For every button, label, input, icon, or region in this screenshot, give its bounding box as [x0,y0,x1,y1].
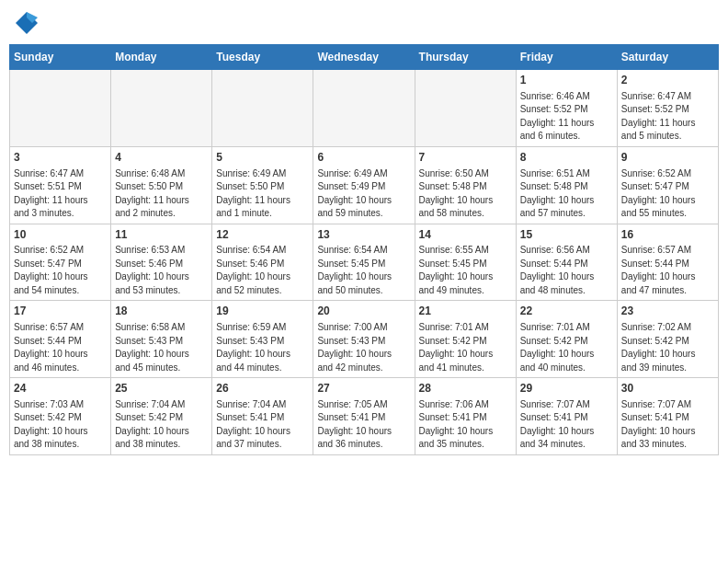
logo-icon [13,9,40,37]
calendar-cell: 26Sunrise: 7:04 AM Sunset: 5:41 PM Dayli… [212,378,313,455]
calendar-cell [111,70,212,147]
calendar-cell: 18Sunrise: 6:58 AM Sunset: 5:43 PM Dayli… [111,301,212,378]
calendar-cell: 2Sunrise: 6:47 AM Sunset: 5:52 PM Daylig… [617,70,718,147]
day-number: 27 [317,381,410,396]
calendar-cell: 19Sunrise: 6:59 AM Sunset: 5:43 PM Dayli… [212,301,313,378]
calendar-cell [212,70,313,147]
weekday-header-wednesday: Wednesday [313,45,415,70]
day-number: 13 [317,227,410,243]
weekday-header-tuesday: Tuesday [212,45,313,70]
calendar-cell: 9Sunrise: 6:52 AM Sunset: 5:47 PM Daylig… [617,146,718,224]
weekday-header-saturday: Saturday [617,45,718,70]
calendar-cell: 12Sunrise: 6:54 AM Sunset: 5:46 PM Dayli… [212,224,313,301]
calendar-cell: 27Sunrise: 7:05 AM Sunset: 5:41 PM Dayli… [313,378,415,455]
calendar-cell: 6Sunrise: 6:49 AM Sunset: 5:49 PM Daylig… [313,146,415,224]
day-number: 20 [317,304,410,319]
day-number: 22 [520,304,613,319]
day-info: Sunrise: 6:57 AM Sunset: 5:44 PM Dayligh… [621,244,714,297]
logo [13,9,44,37]
day-number: 6 [317,150,410,166]
calendar-week-5: 24Sunrise: 7:03 AM Sunset: 5:42 PM Dayli… [10,378,719,455]
day-info: Sunrise: 7:07 AM Sunset: 5:41 PM Dayligh… [621,398,714,452]
calendar-cell: 17Sunrise: 6:57 AM Sunset: 5:44 PM Dayli… [10,301,111,378]
calendar-cell: 14Sunrise: 6:55 AM Sunset: 5:45 PM Dayli… [415,224,516,301]
day-number: 10 [14,227,107,243]
day-number: 16 [621,227,714,243]
day-info: Sunrise: 6:49 AM Sunset: 5:50 PM Dayligh… [216,167,309,221]
calendar-week-2: 3Sunrise: 6:47 AM Sunset: 5:51 PM Daylig… [10,146,719,224]
day-number: 4 [115,150,208,166]
weekday-header-friday: Friday [516,45,617,70]
day-info: Sunrise: 6:46 AM Sunset: 5:52 PM Dayligh… [520,90,613,144]
day-number: 30 [621,381,714,396]
calendar-cell: 11Sunrise: 6:53 AM Sunset: 5:46 PM Dayli… [111,224,212,301]
calendar-cell: 21Sunrise: 7:01 AM Sunset: 5:42 PM Dayli… [415,301,516,378]
day-number: 24 [14,381,107,396]
day-info: Sunrise: 7:00 AM Sunset: 5:43 PM Dayligh… [317,321,410,374]
day-number: 15 [520,227,613,243]
day-info: Sunrise: 6:59 AM Sunset: 5:43 PM Dayligh… [216,321,309,374]
calendar-week-4: 17Sunrise: 6:57 AM Sunset: 5:44 PM Dayli… [10,301,719,378]
calendar-cell: 13Sunrise: 6:54 AM Sunset: 5:45 PM Dayli… [313,224,415,301]
day-number: 29 [520,381,613,396]
calendar-table: SundayMondayTuesdayWednesdayThursdayFrid… [9,44,719,455]
calendar-header: SundayMondayTuesdayWednesdayThursdayFrid… [10,45,719,70]
day-info: Sunrise: 7:03 AM Sunset: 5:42 PM Dayligh… [14,398,107,452]
day-number: 8 [520,150,613,166]
calendar-cell: 28Sunrise: 7:06 AM Sunset: 5:41 PM Dayli… [415,378,516,455]
day-info: Sunrise: 7:07 AM Sunset: 5:41 PM Dayligh… [520,398,613,452]
calendar-cell: 4Sunrise: 6:48 AM Sunset: 5:50 PM Daylig… [111,146,212,224]
day-number: 14 [419,227,512,243]
day-info: Sunrise: 6:47 AM Sunset: 5:51 PM Dayligh… [14,167,107,221]
day-number: 26 [216,381,309,396]
calendar-cell: 3Sunrise: 6:47 AM Sunset: 5:51 PM Daylig… [10,146,111,224]
calendar-cell [415,70,516,147]
day-number: 5 [216,150,309,166]
day-number: 25 [115,381,208,396]
calendar-cell: 8Sunrise: 6:51 AM Sunset: 5:48 PM Daylig… [516,146,617,224]
calendar-cell: 7Sunrise: 6:50 AM Sunset: 5:48 PM Daylig… [415,146,516,224]
page-header [9,9,719,37]
calendar-body: 1Sunrise: 6:46 AM Sunset: 5:52 PM Daylig… [10,70,719,455]
calendar-cell [313,70,415,147]
day-info: Sunrise: 7:02 AM Sunset: 5:42 PM Dayligh… [621,321,714,374]
calendar-cell: 15Sunrise: 6:56 AM Sunset: 5:44 PM Dayli… [516,224,617,301]
calendar-cell: 29Sunrise: 7:07 AM Sunset: 5:41 PM Dayli… [516,378,617,455]
weekday-header-sunday: Sunday [10,45,111,70]
calendar-cell: 20Sunrise: 7:00 AM Sunset: 5:43 PM Dayli… [313,301,415,378]
day-number: 11 [115,227,208,243]
day-number: 12 [216,227,309,243]
day-info: Sunrise: 6:55 AM Sunset: 5:45 PM Dayligh… [419,244,512,297]
calendar-cell: 16Sunrise: 6:57 AM Sunset: 5:44 PM Dayli… [617,224,718,301]
day-info: Sunrise: 7:04 AM Sunset: 5:42 PM Dayligh… [115,398,208,452]
day-info: Sunrise: 6:54 AM Sunset: 5:46 PM Dayligh… [216,244,309,297]
calendar-week-1: 1Sunrise: 6:46 AM Sunset: 5:52 PM Daylig… [10,70,719,147]
day-info: Sunrise: 7:01 AM Sunset: 5:42 PM Dayligh… [419,321,512,374]
day-info: Sunrise: 6:53 AM Sunset: 5:46 PM Dayligh… [115,244,208,297]
day-info: Sunrise: 6:57 AM Sunset: 5:44 PM Dayligh… [14,321,107,374]
day-number: 21 [419,304,512,319]
day-info: Sunrise: 6:56 AM Sunset: 5:44 PM Dayligh… [520,244,613,297]
day-info: Sunrise: 6:52 AM Sunset: 5:47 PM Dayligh… [621,167,714,221]
day-number: 17 [14,304,107,319]
day-info: Sunrise: 7:04 AM Sunset: 5:41 PM Dayligh… [216,398,309,452]
calendar-week-3: 10Sunrise: 6:52 AM Sunset: 5:47 PM Dayli… [10,224,719,301]
day-number: 7 [419,150,512,166]
day-number: 28 [419,381,512,396]
calendar-cell: 25Sunrise: 7:04 AM Sunset: 5:42 PM Dayli… [111,378,212,455]
day-number: 9 [621,150,714,166]
day-info: Sunrise: 6:54 AM Sunset: 5:45 PM Dayligh… [317,244,410,297]
day-info: Sunrise: 7:01 AM Sunset: 5:42 PM Dayligh… [520,321,613,374]
day-info: Sunrise: 6:49 AM Sunset: 5:49 PM Dayligh… [317,167,410,221]
day-info: Sunrise: 6:47 AM Sunset: 5:52 PM Dayligh… [621,90,714,144]
day-number: 18 [115,304,208,319]
day-number: 23 [621,304,714,319]
day-info: Sunrise: 6:50 AM Sunset: 5:48 PM Dayligh… [419,167,512,221]
day-info: Sunrise: 7:06 AM Sunset: 5:41 PM Dayligh… [419,398,512,452]
calendar-cell: 1Sunrise: 6:46 AM Sunset: 5:52 PM Daylig… [516,70,617,147]
calendar-cell: 10Sunrise: 6:52 AM Sunset: 5:47 PM Dayli… [10,224,111,301]
calendar-cell: 22Sunrise: 7:01 AM Sunset: 5:42 PM Dayli… [516,301,617,378]
day-info: Sunrise: 6:48 AM Sunset: 5:50 PM Dayligh… [115,167,208,221]
day-info: Sunrise: 6:58 AM Sunset: 5:43 PM Dayligh… [115,321,208,374]
day-info: Sunrise: 6:51 AM Sunset: 5:48 PM Dayligh… [520,167,613,221]
